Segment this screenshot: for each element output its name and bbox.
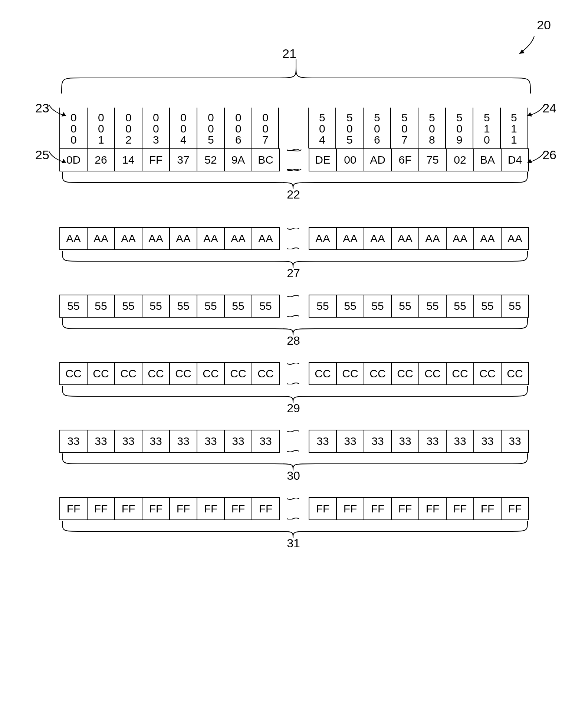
- addr-d: 505: [344, 111, 355, 145]
- addr-cell: 506: [363, 108, 390, 148]
- underbrace-icon: [59, 385, 534, 404]
- pattern-underbrace: 28: [41, 318, 538, 344]
- pattern-break: [280, 497, 309, 520]
- overbrace-icon: [59, 59, 552, 96]
- data-cell: 9A: [225, 149, 252, 171]
- callout-25: 25: [35, 148, 49, 162]
- pattern-cell: 33: [364, 430, 392, 452]
- break-zigzag-icon: [280, 363, 309, 384]
- underbrace-22: 22: [41, 171, 538, 197]
- pattern-data-row: CCCCCCCCCCCCCCCCCCCCCCCCCCCCCCCC: [59, 362, 538, 385]
- break-zigzag-icon: [280, 430, 309, 452]
- addr-cell: 006: [224, 108, 252, 148]
- pattern-cell: 55: [309, 295, 337, 317]
- pattern-cell: FF: [447, 498, 474, 519]
- underbrace-icon: [59, 453, 534, 471]
- pattern-cell: 55: [88, 295, 115, 317]
- addr-cell: 000: [59, 108, 87, 148]
- break-zigzag-icon: [280, 295, 309, 317]
- pattern-cell: CC: [337, 363, 364, 384]
- pattern-data-row: AAAAAAAAAAAAAAAAAAAAAAAAAAAAAAAA: [59, 227, 538, 250]
- addr-cell: 510: [473, 108, 500, 148]
- pattern-cell: 55: [60, 295, 88, 317]
- address-group-left: 000 001 002 003 004 005 006 007: [59, 108, 279, 148]
- pattern-cell: AA: [60, 228, 88, 249]
- overbrace-label-21: 21: [282, 46, 296, 61]
- pattern-cell: CC: [502, 363, 529, 384]
- pattern-cell: FF: [502, 498, 529, 519]
- pattern-cell: 33: [419, 430, 447, 452]
- addr-cell: 005: [197, 108, 224, 148]
- pattern-data-row: 55555555555555555555555555555555: [59, 295, 538, 318]
- pattern-cell: 33: [337, 430, 364, 452]
- addr-cell: 003: [142, 108, 169, 148]
- pattern-cell: AA: [364, 228, 392, 249]
- data-cell: 6F: [392, 149, 419, 171]
- pattern-cell: 55: [392, 295, 419, 317]
- data-cell: 26: [88, 149, 115, 171]
- pattern-cell: 33: [142, 430, 170, 452]
- pattern-cell: 55: [419, 295, 447, 317]
- data-cell: 37: [170, 149, 197, 171]
- addr-d: 510: [481, 111, 493, 145]
- pattern-break: [280, 430, 309, 453]
- pattern-underbrace-label: 31: [287, 537, 300, 550]
- pattern-group: CCCCCCCCCCCCCCCC: [309, 362, 529, 385]
- addr-cell: 511: [500, 108, 528, 148]
- pattern-cell: 55: [447, 295, 474, 317]
- pattern-cell: 55: [170, 295, 197, 317]
- pattern-cell: AA: [337, 228, 364, 249]
- pattern-cell: FF: [419, 498, 447, 519]
- pattern-cell: 55: [115, 295, 142, 317]
- pattern-group: 5555555555555555: [59, 295, 280, 318]
- pattern-data-row: 33333333333333333333333333333333: [59, 430, 538, 453]
- pattern-break: [280, 295, 309, 318]
- pattern-underbrace: 27: [41, 250, 538, 276]
- pattern-cell: AA: [474, 228, 502, 249]
- pattern-cell: FF: [88, 498, 115, 519]
- pattern-underbrace-label: 28: [287, 334, 300, 348]
- pattern-cell: 55: [142, 295, 170, 317]
- pattern-data-row: FFFFFFFFFFFFFFFFFFFFFFFFFFFFFFFF: [59, 497, 538, 520]
- pattern-cell: CC: [170, 363, 197, 384]
- pattern-cell: 33: [225, 430, 252, 452]
- pattern-underbrace-label: 29: [287, 401, 300, 415]
- pattern-cell: 55: [252, 295, 280, 317]
- pattern-underbrace: 29: [41, 385, 538, 411]
- addr-cell: 505: [335, 108, 363, 148]
- data-group-right: DE 00 AD 6F 75 02 BA D4: [309, 148, 529, 171]
- pattern-underbrace: 30: [41, 453, 538, 479]
- pattern-cell: AA: [502, 228, 529, 249]
- pattern-group: 3333333333333333: [309, 430, 529, 453]
- addr-d: 504: [316, 111, 328, 145]
- break-zigzag-icon: [280, 228, 309, 249]
- pattern-cell: AA: [115, 228, 142, 249]
- address-row: 000 001 002 003 004 005 006 007 504 505 …: [59, 108, 538, 148]
- addr-d: 506: [371, 111, 383, 145]
- pattern-cell: FF: [197, 498, 225, 519]
- addr-d: 509: [453, 111, 465, 145]
- pattern-cell: 33: [309, 430, 337, 452]
- addr-cell: 507: [390, 108, 418, 148]
- addr-d: 007: [259, 111, 271, 145]
- pattern-row-33: 3333333333333333333333333333333330: [41, 430, 538, 479]
- underbrace-icon: [59, 520, 534, 539]
- pattern-cell: AA: [252, 228, 280, 249]
- pattern-cell: AA: [170, 228, 197, 249]
- data-cell: 75: [419, 149, 447, 171]
- memory-block-primary: 21 23 24 000 001 00: [41, 67, 538, 197]
- data-cell: DE: [309, 149, 337, 171]
- pattern-cell: 55: [225, 295, 252, 317]
- figure-number-label: 20: [537, 18, 551, 32]
- data-cell: 14: [115, 149, 142, 171]
- break-zigzag-icon: [280, 149, 309, 171]
- pattern-cell: FF: [60, 498, 88, 519]
- pattern-cell: 33: [170, 430, 197, 452]
- pattern-cell: FF: [170, 498, 197, 519]
- pattern-cell: 33: [88, 430, 115, 452]
- addr-cell: 508: [418, 108, 445, 148]
- pattern-cell: CC: [447, 363, 474, 384]
- pattern-break: [280, 227, 309, 250]
- pattern-cell: 33: [115, 430, 142, 452]
- pattern-row-FF: FFFFFFFFFFFFFFFFFFFFFFFFFFFFFFFF31: [41, 497, 538, 546]
